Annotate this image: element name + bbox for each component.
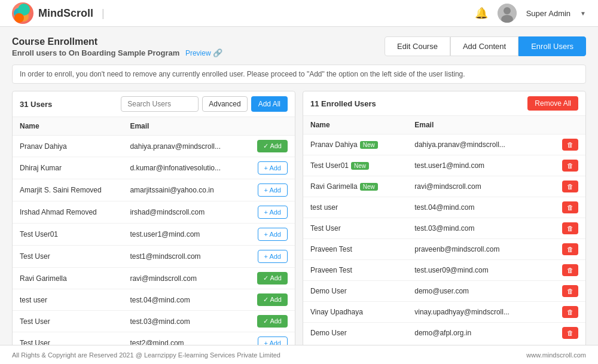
table-row: Amarjit S. Saini Removedamarjitssaini@ya… <box>13 179 295 201</box>
remove-button[interactable]: 🗑 <box>562 201 578 213</box>
left-panel-header: 31 Users Advanced Add All <box>13 91 295 117</box>
enrolled-user-action: 🗑 <box>547 197 585 218</box>
user-email: amarjitssaini@yahoo.co.in <box>123 179 243 201</box>
enrolled-user-email: ravi@mindscroll.com <box>407 176 547 197</box>
user-name: Test User <box>13 332 123 345</box>
user-count: 31 Users <box>20 100 52 109</box>
enrolled-user-action: 🗑 <box>547 302 585 323</box>
user-email: irshad@mindscroll.com <box>123 201 243 224</box>
user-name: Test User <box>13 246 123 268</box>
header-right: 🔔 Super Admin ▼ <box>475 4 586 23</box>
table-row: Ravi GarimellaNewravi@mindscroll.com🗑 <box>303 176 585 197</box>
user-name: Irshad Ahmad Removed <box>13 201 123 224</box>
enrolled-user-name: Test User01New <box>303 155 407 176</box>
action-col-header <box>243 117 295 136</box>
remove-button[interactable]: 🗑 <box>562 160 578 172</box>
user-name: Pranav Dahiya <box>13 136 123 157</box>
svg-point-1 <box>14 8 25 19</box>
table-row: test usertest.04@mind.com✓ Add <box>13 289 295 311</box>
enrolled-count: 11 Enrolled Users <box>310 99 376 108</box>
enrolled-user-action: 🗑 <box>547 323 585 344</box>
users-table: Name Email Pranav Dahiyadahiya.pranav@mi… <box>13 117 295 345</box>
svg-point-4 <box>504 7 511 14</box>
remove-button[interactable]: 🗑 <box>562 181 578 192</box>
table-row: Praveen Testtest.user09@mind.com🗑 <box>303 260 585 281</box>
tab-add-content[interactable]: Add Content <box>450 36 518 56</box>
enrolled-user-name: Pranav DahiyaNew <box>303 134 407 155</box>
table-row: Test User01test.user1@mind.com+ Add <box>13 224 295 246</box>
add-button[interactable]: + Add <box>258 206 288 219</box>
table-row: Ravi Garimellaravi@mindscroll.com✓ Add <box>13 268 295 289</box>
add-button-enrolled[interactable]: ✓ Add <box>257 272 288 285</box>
remove-button[interactable]: 🗑 <box>562 306 578 318</box>
advanced-button[interactable]: Advanced <box>202 96 247 112</box>
table-row: Vinay Upadhayavinay.upadhyay@mindscroll.… <box>303 302 585 323</box>
tab-edit-course[interactable]: Edit Course <box>385 36 450 56</box>
enrolled-user-name: Praveen Test <box>303 239 407 260</box>
svg-point-0 <box>19 4 31 16</box>
table-row: Test Usertest1@mindscroll.com+ Add <box>13 246 295 268</box>
add-button-enrolled[interactable]: ✓ Add <box>257 293 288 306</box>
remove-button[interactable]: 🗑 <box>562 285 578 297</box>
right-panel-header: 11 Enrolled Users Remove All <box>303 91 585 116</box>
course-header: Course Enrollment Enroll users to On Boa… <box>12 36 586 57</box>
info-message: In order to enroll, you don't need to re… <box>12 65 586 84</box>
course-subtitle: Enroll users to On Boarding Sample Progr… <box>12 48 222 57</box>
remove-all-button[interactable]: Remove All <box>527 96 578 111</box>
user-name: Test User <box>13 311 123 332</box>
enrolled-user-action: 🗑 <box>547 155 585 176</box>
name-col-header: Name <box>13 117 123 136</box>
preview-link[interactable]: Preview <box>185 49 211 57</box>
preview-icon: 🔗 <box>213 48 222 57</box>
add-button-enrolled[interactable]: ✓ Add <box>257 140 288 152</box>
remove-button[interactable]: 🗑 <box>562 139 578 151</box>
add-button-enrolled[interactable]: ✓ Add <box>257 315 288 328</box>
enrolled-user-email: vinay.upadhyay@mindscroll... <box>407 302 547 323</box>
enrolled-user-name: Praveen Test <box>303 260 407 281</box>
user-action: + Add <box>243 179 295 201</box>
remove-button[interactable]: 🗑 <box>562 264 578 276</box>
logo-divider: | <box>102 7 105 20</box>
admin-dropdown-icon[interactable]: ▼ <box>580 10 586 17</box>
header: MindScroll | 🔔 Super Admin ▼ <box>0 0 598 27</box>
table-row: test usertest.04@mind.com🗑 <box>303 197 585 218</box>
user-email: test.04@mind.com <box>123 289 243 311</box>
enrolled-user-email: test.04@mind.com <box>407 197 547 218</box>
user-email: test1@mindscroll.com <box>123 246 243 268</box>
add-button[interactable]: + Add <box>258 337 288 345</box>
enrolled-user-name: Vinay Upadhaya <box>303 302 407 323</box>
right-panel: 11 Enrolled Users Remove All Name Email … <box>303 91 586 345</box>
user-action: + Add <box>243 157 295 179</box>
table-row: Demo Userdemo@user.com🗑 <box>303 281 585 302</box>
remove-button[interactable]: 🗑 <box>562 243 578 255</box>
user-name: Amarjit S. Saini Removed <box>13 179 123 201</box>
remove-button[interactable]: 🗑 <box>562 327 578 339</box>
user-name: Test User01 <box>13 224 123 246</box>
add-button[interactable]: + Add <box>258 228 288 241</box>
enrolled-action-col-header <box>547 116 585 134</box>
enrolled-user-email: demo@user.com <box>407 281 547 302</box>
remove-button[interactable]: 🗑 <box>562 222 578 234</box>
enrolled-user-name: Demo User <box>303 323 407 344</box>
add-all-button[interactable]: Add All <box>251 96 288 112</box>
svg-point-2 <box>19 12 29 22</box>
enrolled-user-name: test user <box>303 197 407 218</box>
user-email: d.kumar@infonativesolutio... <box>123 157 243 179</box>
enrolled-user-action: 🗑 <box>547 176 585 197</box>
enrolled-name-col-header: Name <box>303 116 407 134</box>
user-email: ravi@mindscroll.com <box>123 268 243 289</box>
user-action: + Add <box>243 201 295 224</box>
search-input[interactable] <box>121 96 199 112</box>
enrolled-user-name: Demo User <box>303 281 407 302</box>
enrolled-user-email: demo@afpl.org.in <box>407 323 547 344</box>
tab-enroll-users[interactable]: Enroll Users <box>518 36 586 56</box>
footer-left: All Rights & Copyright are Reserved 2021… <box>12 351 280 359</box>
table-row: Test Usertest.03@mind.com🗑 <box>303 218 585 239</box>
add-button[interactable]: + Add <box>258 250 288 263</box>
enrolled-user-name: Test User <box>303 218 407 239</box>
add-button[interactable]: + Add <box>258 183 288 197</box>
logo-text: MindScroll <box>38 7 93 20</box>
add-button[interactable]: + Add <box>258 161 288 175</box>
notification-icon[interactable]: 🔔 <box>475 7 488 20</box>
enrolled-user-action: 🗑 <box>547 218 585 239</box>
